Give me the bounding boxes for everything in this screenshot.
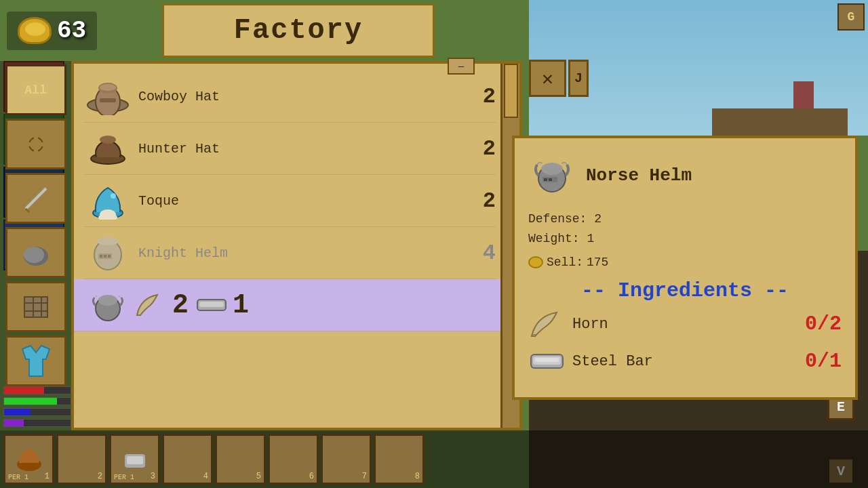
norse-helm-ingredients-row: 2 1 bbox=[132, 290, 249, 321]
item-row-knight-helm[interactable]: Knight Helm 4 bbox=[84, 227, 496, 279]
svg-rect-13 bbox=[33, 297, 34, 317]
close-button[interactable]: ✕ bbox=[529, 60, 566, 97]
sidebar: All bbox=[0, 61, 71, 430]
svg-rect-11 bbox=[24, 302, 47, 304]
hotbar-1-num: 1 bbox=[45, 472, 50, 481]
item-row-toque[interactable]: Toque 2 bbox=[84, 175, 496, 227]
shirt-icon bbox=[16, 342, 56, 380]
knight-helm-count: 4 bbox=[483, 241, 496, 266]
steel-bar-icon-small bbox=[192, 290, 229, 321]
norse-hem-ing2-count: 1 bbox=[233, 290, 249, 321]
hotbar-slot-7[interactable]: 7 bbox=[321, 434, 372, 485]
hotbar-slot-1[interactable]: 1 PER 1 bbox=[3, 434, 54, 485]
stamina-bar bbox=[3, 397, 71, 405]
svg-rect-20 bbox=[100, 98, 116, 102]
svg-rect-3 bbox=[22, 142, 31, 146]
gold-amount: 63 bbox=[57, 17, 86, 45]
tooltip-stats: Defense: 2 Weight: 1 bbox=[528, 209, 842, 249]
svg-rect-14 bbox=[41, 297, 42, 317]
svg-rect-2 bbox=[34, 150, 38, 158]
svg-point-9 bbox=[24, 247, 44, 263]
sidebar-item-weapons[interactable] bbox=[5, 173, 66, 224]
hotbar-3-count: PER 1 bbox=[114, 474, 134, 481]
hotbar-slot-8[interactable]: 8 bbox=[374, 434, 425, 485]
window-controls: — bbox=[448, 58, 475, 75]
hotbar-1-count: PER 1 bbox=[8, 474, 28, 481]
j-button[interactable]: J bbox=[568, 60, 589, 97]
tooltip-norse-helm-icon bbox=[528, 152, 576, 199]
svg-rect-41 bbox=[549, 178, 552, 181]
toque-name: Toque bbox=[138, 193, 483, 209]
gear-icon bbox=[19, 127, 53, 161]
gold-icon bbox=[18, 17, 52, 44]
ingredient-steel-bar: Steel Bar 0/1 bbox=[528, 346, 842, 377]
knight-helm-name: Knight Helm bbox=[138, 245, 483, 261]
factory-title-box: Factory bbox=[162, 3, 435, 58]
hunter-hat-count: 2 bbox=[483, 136, 496, 161]
svg-point-34 bbox=[98, 295, 117, 306]
hotbar-slot-4[interactable]: 4 bbox=[162, 434, 213, 485]
j-label: J bbox=[574, 70, 583, 86]
xp-bar bbox=[3, 419, 71, 427]
hotbar-5-num: 5 bbox=[256, 472, 261, 481]
sidebar-item-materials[interactable] bbox=[5, 227, 66, 278]
defense-stat: Defense: 2 bbox=[528, 209, 842, 229]
weight-stat: Weight: 1 bbox=[528, 229, 842, 249]
ingredients-header: -- Ingredients -- bbox=[528, 279, 842, 302]
scrollbar-thumb[interactable] bbox=[504, 64, 518, 118]
item-row-norse-helm[interactable]: 2 1 bbox=[74, 279, 506, 331]
sidebar-item-blocks[interactable] bbox=[5, 281, 66, 332]
hotbar-slot-3[interactable]: 3 PER 1 bbox=[109, 434, 160, 485]
hotbar-4-num: 4 bbox=[203, 472, 208, 481]
top-right-btn[interactable]: G bbox=[837, 3, 865, 30]
svg-rect-4 bbox=[41, 142, 50, 146]
hotbar-2-num: 2 bbox=[98, 472, 102, 481]
xp-bar-fill bbox=[4, 420, 24, 426]
header: 63 Factory bbox=[0, 0, 868, 61]
svg-rect-40 bbox=[544, 178, 547, 181]
svg-line-7 bbox=[29, 199, 36, 205]
item-row-cowboy-hat[interactable]: Cowboy Hat 2 bbox=[84, 70, 496, 123]
sell-price: 175 bbox=[587, 256, 608, 269]
hotbar-slot-1-icon bbox=[12, 444, 46, 474]
svg-point-24 bbox=[111, 193, 116, 199]
norse-helm-icon bbox=[84, 285, 132, 325]
horn-icon bbox=[528, 309, 566, 340]
ingredient-horn: Horn 0/2 bbox=[528, 309, 842, 340]
health-bar bbox=[3, 386, 71, 394]
sidebar-item-gear[interactable] bbox=[5, 119, 66, 169]
hotbar-6-num: 6 bbox=[309, 472, 314, 481]
mana-bar-fill bbox=[4, 409, 31, 415]
hotbar-3-num: 3 bbox=[151, 472, 155, 481]
top-right-btn-label: G bbox=[848, 10, 855, 24]
horn-fraction: 0/2 bbox=[805, 312, 842, 336]
svg-rect-1 bbox=[34, 131, 38, 139]
sidebar-item-all[interactable]: All bbox=[5, 64, 66, 115]
item-row-hunter-hat[interactable]: Hunter Hat 2 bbox=[84, 123, 496, 175]
svg-point-38 bbox=[541, 163, 563, 175]
cowboy-hat-name: Cowboy Hat bbox=[138, 89, 483, 104]
factory-title: Factory bbox=[234, 14, 363, 47]
minimize-btn[interactable]: — bbox=[448, 58, 475, 75]
svg-rect-31 bbox=[108, 255, 111, 258]
hunter-hat-name: Hunter Hat bbox=[138, 141, 483, 157]
steel-bar-name: Steel Bar bbox=[572, 353, 805, 370]
sidebar-item-clothing[interactable] bbox=[5, 336, 66, 386]
steel-bar-icon bbox=[528, 346, 566, 377]
close-x-icon: ✕ bbox=[542, 67, 553, 90]
svg-rect-10 bbox=[24, 297, 47, 317]
hotbar-slot-2[interactable]: 2 bbox=[56, 434, 107, 485]
mana-bar bbox=[3, 408, 71, 416]
stamina-bar-fill bbox=[4, 398, 57, 405]
hotbar-slot-6[interactable]: 6 bbox=[268, 434, 319, 485]
block-icon bbox=[19, 290, 53, 324]
e-key-label: E bbox=[837, 399, 845, 415]
svg-rect-29 bbox=[100, 255, 102, 258]
hotbar-slot-3-icon bbox=[118, 444, 152, 474]
svg-point-32 bbox=[97, 237, 119, 245]
svg-point-0 bbox=[29, 138, 43, 151]
hotbar-slot-5[interactable]: 5 bbox=[215, 434, 266, 485]
horn-icon-small bbox=[132, 290, 169, 321]
status-bars bbox=[3, 386, 71, 427]
rock-icon bbox=[19, 236, 53, 270]
